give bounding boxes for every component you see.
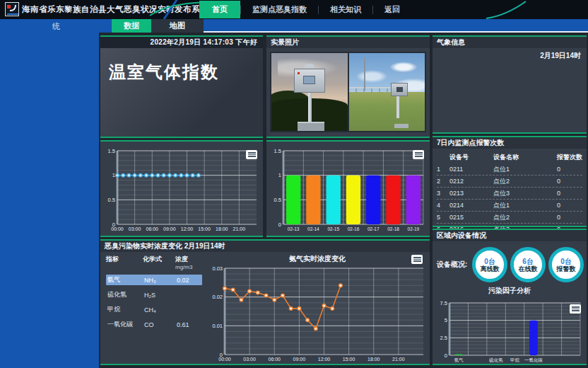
svg-text:甲烷: 甲烷 xyxy=(510,357,520,362)
svg-text:03:00: 03:00 xyxy=(243,357,256,362)
svg-text:18:00: 18:00 xyxy=(368,357,380,362)
svg-text:15:00: 15:00 xyxy=(198,226,211,231)
sidebar xyxy=(0,33,99,368)
svg-text:5: 5 xyxy=(445,317,447,323)
devices-panel-title: 区域内设备情况 xyxy=(433,230,587,241)
pollution-chart-title: 污染因子分析 xyxy=(433,284,587,296)
panel-alarm-counts: 7日内监测点报警次数 设备号 设备名称 报警次数 1 0211 点位1 0 xyxy=(433,136,587,227)
svg-text:00:00: 00:00 xyxy=(218,357,231,362)
svg-text:09:00: 09:00 xyxy=(163,226,176,231)
svg-text:1: 1 xyxy=(278,172,281,178)
svg-text:0: 0 xyxy=(445,352,447,359)
svg-text:1.5: 1.5 xyxy=(274,148,281,154)
stat-alarm: 0台 报警数 xyxy=(548,247,584,282)
weather-time-label: 2月19日14时 xyxy=(433,48,587,61)
photos-panel-title: 实景照片 xyxy=(266,37,430,48)
alarm-table-row: 1 0211 点位1 0 xyxy=(437,163,582,176)
alarm-table-row: 4 0214 点位1 0 xyxy=(437,200,582,212)
nav-home[interactable]: 首页 xyxy=(199,1,240,18)
datetime-text: 2022年2月19日 14:17:03 下午好 xyxy=(100,37,263,48)
chart-menu-icon[interactable] xyxy=(570,304,581,314)
site-photo-1 xyxy=(271,53,348,131)
nav-odor-index[interactable]: 监测点恶臭指数 xyxy=(241,1,318,18)
tab-data[interactable]: 数据 xyxy=(112,19,151,33)
chart-menu-icon[interactable] xyxy=(413,150,424,159)
subbar: 统 数据 地图 xyxy=(0,19,588,33)
svg-text:02-18: 02-18 xyxy=(387,226,399,231)
svg-text:06:00: 06:00 xyxy=(268,357,281,362)
tab-underline xyxy=(204,31,588,33)
alarms-panel-title: 7日内监测点报警次数 xyxy=(433,137,587,149)
greenhouse-trend-chart: 00.511.500:0003:0006:0009:0012:0015:0018… xyxy=(103,147,260,234)
svg-text:02-19: 02-19 xyxy=(408,226,420,231)
odor-table-row[interactable]: 氨气 NH₃ 0.02 xyxy=(106,275,202,285)
svg-text:0: 0 xyxy=(278,222,281,228)
svg-text:1.5: 1.5 xyxy=(108,148,115,154)
svg-text:18:00: 18:00 xyxy=(216,226,228,231)
svg-text:15:00: 15:00 xyxy=(343,357,355,362)
nav-back[interactable]: 返回 xyxy=(373,1,411,18)
stat-online: 6台 在线数 xyxy=(510,247,546,282)
svg-text:12:00: 12:00 xyxy=(318,357,331,362)
app-title-overflow: 统 xyxy=(52,21,60,32)
greenhouse-index-title: 温室气体指数 xyxy=(100,48,263,84)
main-nav: 首页 监测点恶臭指数 相关知识 返回 xyxy=(199,0,411,19)
panel-site-photos: 实景照片 xyxy=(266,35,430,138)
svg-text:21:00: 21:00 xyxy=(233,226,246,231)
svg-text:12:00: 12:00 xyxy=(181,226,194,231)
device-overview-label: 设备概况: xyxy=(437,260,472,270)
odor-panel-title: 恶臭污染物实时浓度变化 2月19日14时 xyxy=(100,241,430,252)
svg-text:1: 1 xyxy=(112,172,115,178)
stat-offline: 0台 离线数 xyxy=(472,247,507,282)
svg-text:氨气: 氨气 xyxy=(454,357,464,362)
daily-index-chart: 00.511.502-1302-1402-1502-1602-1702-1802… xyxy=(269,147,427,234)
panel-weather: 气象信息 2月19日14时 xyxy=(433,35,587,134)
svg-text:02-15: 02-15 xyxy=(327,226,339,231)
chart-menu-icon[interactable] xyxy=(246,150,257,159)
alarm-table-row: 2 0212 点位2 0 xyxy=(437,176,582,188)
odor-table-row[interactable]: 一氧化碳 CO 0.61 xyxy=(106,319,202,330)
chart-menu-icon[interactable] xyxy=(411,255,423,264)
site-photo-2 xyxy=(349,53,425,131)
svg-text:02-14: 02-14 xyxy=(307,226,319,231)
svg-text:02-17: 02-17 xyxy=(368,226,380,231)
svg-text:一氧化碳: 一氧化碳 xyxy=(524,357,543,363)
svg-text:00:00: 00:00 xyxy=(111,226,124,231)
alarm-table-row: 5 0215 点位2 0 xyxy=(437,212,582,224)
svg-text:0.03: 0.03 xyxy=(212,265,223,272)
topbar: 海南省乐东黎族自治县大气恶臭状况实时发布系 首页 监测点恶臭指数 相关知识 返回 xyxy=(0,0,588,19)
svg-text:02-16: 02-16 xyxy=(348,226,360,231)
svg-text:21:00: 21:00 xyxy=(392,357,405,362)
pollution-factor-chart: 02.557.5氨气硫化氢甲烷一氧化碳 xyxy=(435,299,584,364)
panel-odor-concentration: 恶臭污染物实时浓度变化 2月19日14时 指标 化学式 浓度 mg/m3 氨气 … xyxy=(100,239,430,365)
dashboard: 2022年2月19日 14:17:03 下午好 温室气体指数 00.511.50… xyxy=(99,33,588,368)
weather-panel-title: 气象信息 xyxy=(433,37,587,48)
panel-daily-index: 00.511.502-1302-1402-1502-1602-1702-1802… xyxy=(266,140,430,237)
svg-text:02-13: 02-13 xyxy=(288,226,300,231)
svg-text:0.5: 0.5 xyxy=(108,197,115,203)
odor-table-header: 指标 化学式 浓度 mg/m3 xyxy=(106,255,202,270)
svg-text:2.5: 2.5 xyxy=(440,335,447,341)
svg-text:硫化氢: 硫化氢 xyxy=(488,357,503,363)
svg-text:0.02: 0.02 xyxy=(212,294,223,300)
odor-table: 指标 化学式 浓度 mg/m3 氨气 NH₃ 0.02 xyxy=(100,252,205,364)
nh3-trend-chart: 00.010.020.0300:0003:0006:0009:0012:0015… xyxy=(206,265,427,364)
panel-device-status: 区域内设备情况 设备概况: 0台 离线数 6台 在线数 0台 报警数 污染因子分… xyxy=(433,229,587,365)
svg-text:03:00: 03:00 xyxy=(129,226,141,231)
odor-table-row[interactable]: 硫化氢 H₂S xyxy=(106,289,202,300)
panel-greenhouse-index: 2022年2月19日 14:17:03 下午好 温室气体指数 xyxy=(100,35,263,138)
alarm-table-row: 3 0213 点位3 0 xyxy=(437,188,582,200)
svg-text:0.01: 0.01 xyxy=(212,323,223,329)
svg-text:7.5: 7.5 xyxy=(440,300,447,306)
svg-text:06:00: 06:00 xyxy=(146,226,158,231)
tab-map[interactable]: 地图 xyxy=(151,19,204,33)
nav-knowledge[interactable]: 相关知识 xyxy=(319,1,372,18)
nh3-chart-title: 氨气实时浓度变化 xyxy=(205,252,430,264)
panel-greenhouse-trend: 00.511.500:0003:0006:0009:0012:0015:0018… xyxy=(100,140,263,237)
svg-text:0.5: 0.5 xyxy=(274,197,281,203)
alarms-table: 设备号 设备名称 报警次数 1 0211 点位1 0 2 0212 xyxy=(433,149,587,236)
alarms-table-header: 设备号 设备名称 报警次数 xyxy=(437,151,582,163)
svg-text:09:00: 09:00 xyxy=(293,357,306,362)
odor-table-row[interactable]: 甲烷 CH₄ xyxy=(106,304,202,315)
